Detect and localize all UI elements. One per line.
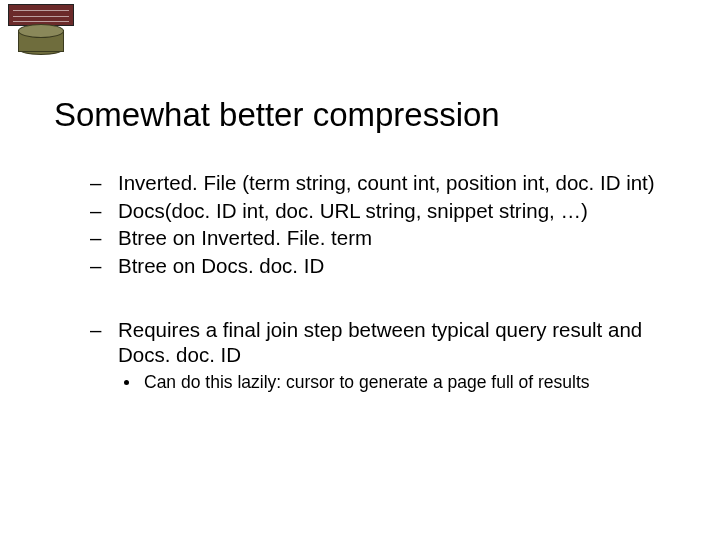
bullet-item: Btree on Docs. doc. ID bbox=[90, 253, 680, 279]
slide: Somewhat better compression Inverted. Fi… bbox=[0, 0, 720, 540]
bullet-item: Btree on Inverted. File. term bbox=[90, 225, 680, 251]
cylinder-icon bbox=[18, 24, 64, 54]
slide-logo bbox=[8, 4, 74, 56]
bullet-group-2: Requires a final join step between typic… bbox=[90, 317, 680, 394]
sub-bullet-text: Can do this lazily: cursor to generate a… bbox=[144, 372, 590, 392]
slide-title: Somewhat better compression bbox=[54, 96, 500, 134]
bullet-item: Requires a final join step between typic… bbox=[90, 317, 680, 368]
bullet-item: Docs(doc. ID int, doc. URL string, snipp… bbox=[90, 198, 680, 224]
bullet-dot-icon bbox=[124, 380, 129, 385]
bullet-item: Inverted. File (term string, count int, … bbox=[90, 170, 680, 196]
slide-body: Inverted. File (term string, count int, … bbox=[90, 170, 680, 394]
sub-bullet-item: Can do this lazily: cursor to generate a… bbox=[90, 372, 680, 394]
logo-top-block bbox=[8, 4, 74, 26]
